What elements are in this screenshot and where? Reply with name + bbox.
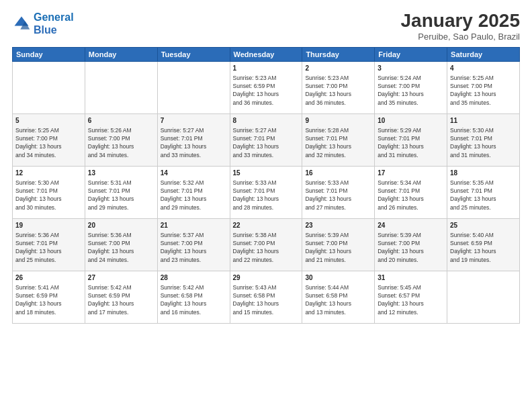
day-number: 18	[450, 169, 517, 178]
day-number: 9	[305, 116, 371, 126]
day-content: Sunrise: 5:27 AMSunset: 7:01 PMDaylight:…	[233, 126, 300, 159]
day-content: Sunrise: 5:37 AMSunset: 7:00 PMDaylight:…	[161, 231, 227, 264]
day-number: 29	[233, 273, 300, 283]
day-number: 8	[233, 116, 300, 126]
day-content: Sunrise: 5:40 AMSunset: 6:59 PMDaylight:…	[450, 231, 517, 264]
day-content: Sunrise: 5:27 AMSunset: 7:01 PMDaylight:…	[161, 126, 227, 159]
day-number: 11	[450, 116, 517, 126]
day-number: 31	[378, 273, 444, 283]
calendar-cell: 11Sunrise: 5:30 AMSunset: 7:01 PMDayligh…	[447, 113, 520, 166]
calendar-cell: 26Sunrise: 5:41 AMSunset: 6:59 PMDayligh…	[13, 271, 85, 323]
day-content: Sunrise: 5:25 AMSunset: 7:00 PMDaylight:…	[450, 74, 517, 107]
calendar-week-row: 12Sunrise: 5:30 AMSunset: 7:01 PMDayligh…	[13, 166, 520, 218]
day-content: Sunrise: 5:39 AMSunset: 7:00 PMDaylight:…	[305, 231, 371, 264]
calendar-cell: 14Sunrise: 5:32 AMSunset: 7:01 PMDayligh…	[157, 166, 230, 218]
calendar-cell: 9Sunrise: 5:28 AMSunset: 7:01 PMDaylight…	[302, 113, 375, 166]
day-content: Sunrise: 5:42 AMSunset: 6:58 PMDaylight:…	[161, 283, 227, 316]
weekday-header-monday: Monday	[85, 47, 157, 61]
day-content: Sunrise: 5:38 AMSunset: 7:00 PMDaylight:…	[233, 231, 300, 264]
calendar-cell: 10Sunrise: 5:29 AMSunset: 7:01 PMDayligh…	[375, 113, 447, 166]
day-content: Sunrise: 5:44 AMSunset: 6:58 PMDaylight:…	[305, 283, 371, 316]
weekday-header-saturday: Saturday	[447, 47, 520, 61]
calendar-cell: 30Sunrise: 5:44 AMSunset: 6:58 PMDayligh…	[302, 271, 375, 323]
calendar-cell	[85, 61, 157, 113]
calendar-week-row: 1Sunrise: 5:23 AMSunset: 6:59 PMDaylight…	[13, 61, 520, 113]
calendar-cell: 17Sunrise: 5:34 AMSunset: 7:01 PMDayligh…	[375, 166, 447, 218]
calendar-cell: 18Sunrise: 5:35 AMSunset: 7:01 PMDayligh…	[447, 166, 520, 218]
day-number: 20	[88, 221, 154, 230]
calendar-subtitle: Peruibe, Sao Paulo, Brazil	[401, 32, 520, 42]
day-content: Sunrise: 5:23 AMSunset: 7:00 PMDaylight:…	[305, 74, 371, 107]
day-content: Sunrise: 5:42 AMSunset: 6:59 PMDaylight:…	[88, 283, 154, 316]
calendar-cell: 1Sunrise: 5:23 AMSunset: 6:59 PMDaylight…	[230, 61, 302, 113]
calendar-cell: 24Sunrise: 5:39 AMSunset: 7:00 PMDayligh…	[375, 218, 447, 271]
calendar-cell: 27Sunrise: 5:42 AMSunset: 6:59 PMDayligh…	[85, 271, 157, 323]
day-number: 26	[15, 273, 82, 283]
day-number: 14	[161, 169, 227, 178]
day-content: Sunrise: 5:43 AMSunset: 6:58 PMDaylight:…	[233, 283, 300, 316]
calendar-week-row: 5Sunrise: 5:25 AMSunset: 7:00 PMDaylight…	[13, 113, 520, 166]
day-content: Sunrise: 5:28 AMSunset: 7:01 PMDaylight:…	[305, 126, 371, 159]
day-content: Sunrise: 5:29 AMSunset: 7:01 PMDaylight:…	[378, 126, 444, 159]
day-number: 10	[378, 116, 444, 126]
day-number: 4	[450, 64, 517, 73]
day-number: 1	[233, 64, 300, 73]
day-number: 2	[305, 64, 371, 73]
day-content: Sunrise: 5:34 AMSunset: 7:01 PMDaylight:…	[378, 179, 444, 212]
day-number: 23	[305, 221, 371, 230]
calendar-cell: 25Sunrise: 5:40 AMSunset: 6:59 PMDayligh…	[447, 218, 520, 271]
calendar-cell: 7Sunrise: 5:27 AMSunset: 7:01 PMDaylight…	[157, 113, 230, 166]
calendar-cell: 6Sunrise: 5:26 AMSunset: 7:00 PMDaylight…	[85, 113, 157, 166]
logo-icon	[12, 14, 31, 33]
calendar-cell: 5Sunrise: 5:25 AMSunset: 7:00 PMDaylight…	[13, 113, 85, 166]
calendar-cell	[447, 271, 520, 323]
day-content: Sunrise: 5:33 AMSunset: 7:01 PMDaylight:…	[305, 179, 371, 212]
calendar-cell: 20Sunrise: 5:36 AMSunset: 7:00 PMDayligh…	[85, 218, 157, 271]
day-number: 5	[15, 116, 82, 126]
day-number: 3	[378, 64, 444, 73]
calendar-cell: 12Sunrise: 5:30 AMSunset: 7:01 PMDayligh…	[13, 166, 85, 218]
weekday-header-wednesday: Wednesday	[230, 47, 302, 61]
day-content: Sunrise: 5:45 AMSunset: 6:57 PMDaylight:…	[378, 283, 444, 316]
day-number: 30	[305, 273, 371, 283]
day-content: Sunrise: 5:33 AMSunset: 7:01 PMDaylight:…	[233, 179, 300, 212]
day-number: 16	[305, 169, 371, 178]
day-number: 24	[378, 221, 444, 230]
calendar-title: January 2025	[401, 11, 520, 32]
calendar-cell: 2Sunrise: 5:23 AMSunset: 7:00 PMDaylight…	[302, 61, 375, 113]
calendar-cell	[157, 61, 230, 113]
title-block: January 2025 Peruibe, Sao Paulo, Brazil	[401, 11, 520, 42]
weekday-header-friday: Friday	[375, 47, 447, 61]
weekday-header-row: SundayMondayTuesdayWednesdayThursdayFrid…	[13, 47, 520, 61]
logo-text: General Blue	[34, 11, 74, 36]
day-number: 15	[233, 169, 300, 178]
day-content: Sunrise: 5:31 AMSunset: 7:01 PMDaylight:…	[88, 179, 154, 212]
day-number: 12	[15, 169, 82, 178]
calendar-cell	[13, 61, 85, 113]
day-content: Sunrise: 5:24 AMSunset: 7:00 PMDaylight:…	[378, 74, 444, 107]
calendar-cell: 21Sunrise: 5:37 AMSunset: 7:00 PMDayligh…	[157, 218, 230, 271]
calendar-cell: 19Sunrise: 5:36 AMSunset: 7:01 PMDayligh…	[13, 218, 85, 271]
day-content: Sunrise: 5:41 AMSunset: 6:59 PMDaylight:…	[15, 283, 82, 316]
logo: General Blue	[12, 11, 74, 36]
weekday-header-tuesday: Tuesday	[157, 47, 230, 61]
calendar-cell: 8Sunrise: 5:27 AMSunset: 7:01 PMDaylight…	[230, 113, 302, 166]
page: General Blue January 2025 Peruibe, Sao P…	[0, 0, 532, 411]
calendar-cell: 22Sunrise: 5:38 AMSunset: 7:00 PMDayligh…	[230, 218, 302, 271]
day-content: Sunrise: 5:32 AMSunset: 7:01 PMDaylight:…	[161, 179, 227, 212]
day-content: Sunrise: 5:35 AMSunset: 7:01 PMDaylight:…	[450, 179, 517, 212]
day-content: Sunrise: 5:39 AMSunset: 7:00 PMDaylight:…	[378, 231, 444, 264]
day-number: 28	[161, 273, 227, 283]
header: General Blue January 2025 Peruibe, Sao P…	[12, 11, 520, 42]
calendar-week-row: 19Sunrise: 5:36 AMSunset: 7:01 PMDayligh…	[13, 218, 520, 271]
calendar-cell: 16Sunrise: 5:33 AMSunset: 7:01 PMDayligh…	[302, 166, 375, 218]
calendar-cell: 3Sunrise: 5:24 AMSunset: 7:00 PMDaylight…	[375, 61, 447, 113]
calendar-cell: 15Sunrise: 5:33 AMSunset: 7:01 PMDayligh…	[230, 166, 302, 218]
calendar-cell: 13Sunrise: 5:31 AMSunset: 7:01 PMDayligh…	[85, 166, 157, 218]
day-number: 7	[161, 116, 227, 126]
calendar-week-row: 26Sunrise: 5:41 AMSunset: 6:59 PMDayligh…	[13, 271, 520, 323]
day-content: Sunrise: 5:25 AMSunset: 7:00 PMDaylight:…	[15, 126, 82, 159]
day-content: Sunrise: 5:30 AMSunset: 7:01 PMDaylight:…	[450, 126, 517, 159]
day-content: Sunrise: 5:30 AMSunset: 7:01 PMDaylight:…	[15, 179, 82, 212]
day-number: 13	[88, 169, 154, 178]
